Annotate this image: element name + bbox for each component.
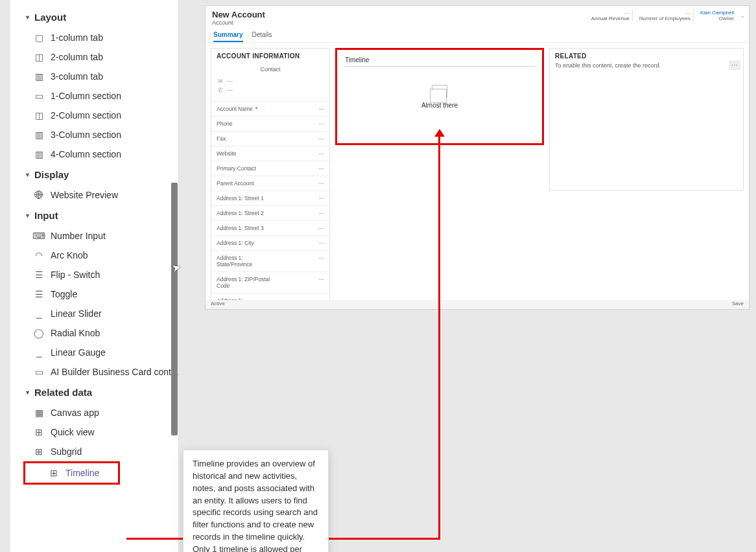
field-address1-street1[interactable]: Address 1: Street 1--- [211,191,329,206]
tab-summary[interactable]: Summary [213,31,243,42]
section-layout-icon: ▭ [34,91,44,101]
status-bar: Active Save [206,300,749,309]
field-fax[interactable]: Fax--- [211,132,329,146]
gauge-icon: ⎯ [34,347,44,358]
section-layout-icon: ▥ [34,149,44,159]
section-related-header[interactable]: ▾ Related data [10,382,178,403]
component-2-column-section[interactable]: ◫2-Column section [10,106,178,125]
records-icon [432,85,447,98]
card-icon: ▭ [34,367,44,377]
timeline-placeholder: Almost there [345,67,534,109]
related-message: To enable this content, create the recor… [555,62,738,69]
component-subgrid[interactable]: ⊞Subgrid [10,442,178,461]
number-input-icon: ⌨ [34,231,44,241]
email-icon: ✉ [218,78,223,84]
section-display-header[interactable]: ▾ Display [10,164,178,185]
component-linear-slider[interactable]: ⎯Linear Slider [10,304,178,323]
component-timeline[interactable]: ⊞Timeline [23,461,120,485]
component-toggle[interactable]: ☰Toggle [10,284,178,304]
slider-icon: ⎯ [34,308,44,319]
globe-icon: 🌐︎ [34,190,44,200]
timeline-icon: ⊞ [49,468,59,478]
component-quick-view[interactable]: ⊞Quick view [10,422,178,442]
field-phone[interactable]: Phone--- [211,117,329,132]
field-address1-street2[interactable]: Address 1: Street 2--- [211,206,329,221]
annotation-arrowhead-icon [434,129,445,137]
component-3-column-tab[interactable]: ▥3-column tab [10,67,178,86]
component-sidebar: ▾ Layout ▢1-column tab ◫2-column tab ▥3-… [10,0,179,552]
field-address1-street3[interactable]: Address 1: Street 3--- [211,221,329,236]
contact-subsection: Contact ✉--- ✆--- [211,63,329,102]
timeline-tooltip: Timeline provides an overview of histori… [183,450,329,552]
contact-phone-row: ✆--- [217,86,324,95]
tab-details[interactable]: Details [252,31,272,42]
header-stats: --- Annual Revenue --- Number of Employe… [589,10,745,21]
section-layout-header[interactable]: ▾ Layout [10,6,178,28]
arc-knob-icon: ◠ [34,250,44,260]
timeline-title: Timeline [345,56,534,67]
more-options-icon[interactable]: ⋯ [729,60,740,70]
form-header: New Account Account --- Annual Revenue -… [206,6,749,27]
tab-layout-icon: ◫ [34,52,44,62]
component-flip-switch[interactable]: ☰Flip - Switch [10,265,178,284]
field-address1-zip[interactable]: Address 1: ZIP/Postal Code--- [211,272,329,293]
chevron-down-icon: ▾ [26,171,29,178]
account-info-title: ACCOUNT INFORMATION [211,49,329,63]
owner-name: Kian Campbell [700,10,734,16]
phone-icon: ✆ [218,87,223,93]
section-layout-title: Layout [34,12,66,23]
section-display-title: Display [34,169,69,180]
subgrid-icon: ⊞ [34,446,44,457]
component-4-column-section[interactable]: ▥4-Column section [10,144,178,164]
component-canvas-app[interactable]: ▦Canvas app [10,403,178,422]
component-arc-knob[interactable]: ◠Arc Knob [10,246,178,265]
status-left: Active [211,301,225,308]
field-website[interactable]: Website--- [211,146,329,161]
component-ai-builder-card[interactable]: ▭AI Builder Business Card contr... [10,362,178,382]
chevron-down-icon[interactable]: ⌄ [740,13,745,19]
component-linear-gauge[interactable]: ⎯Linear Gauge [10,343,178,362]
stat-annual-revenue: --- Annual Revenue [589,10,633,21]
chevron-down-icon: ▾ [26,212,29,219]
tab-layout-icon: ▢ [34,32,44,43]
annotation-arrow-vertical [438,132,440,539]
related-title: RELATED [555,52,738,62]
tooltip-text: Timeline provides an overview of histori… [193,459,318,552]
section-related-title: Related data [34,387,92,398]
component-3-column-section[interactable]: ▥3-Column section [10,125,178,144]
tab-layout-icon: ▥ [34,71,44,82]
toggle-icon: ☰ [34,289,44,299]
stat-owner: Kian Campbell Owner [698,10,737,21]
contact-email-row: ✉--- [217,76,324,86]
field-address1-city[interactable]: Address 1: City--- [211,236,329,251]
component-website-preview[interactable]: 🌐︎Website Preview [10,185,178,205]
field-account-name[interactable]: Account Name*--- [211,102,329,117]
section-input-header[interactable]: ▾ Input [10,205,178,226]
form-tabs: Summary Details [206,27,749,43]
quick-view-icon: ⊞ [34,427,44,437]
stat-employees: --- Number of Employees [637,10,694,21]
status-right: Save [732,301,744,308]
section-layout-icon: ◫ [34,110,44,121]
section-input-title: Input [34,210,58,221]
component-number-input[interactable]: ⌨Number Input [10,226,178,246]
section-layout-icon: ▥ [34,130,44,140]
switch-icon: ☰ [34,270,44,280]
form-body: ACCOUNT INFORMATION Contact ✉--- ✆--- Ac… [206,43,749,314]
component-radial-knob[interactable]: ◯Radial Knob [10,323,178,343]
radial-knob-icon: ◯ [34,328,44,338]
account-information-section[interactable]: ACCOUNT INFORMATION Contact ✉--- ✆--- Ac… [211,48,330,308]
component-1-column-tab[interactable]: ▢1-column tab [10,28,178,47]
contact-label: Contact [217,66,324,76]
field-parent-account[interactable]: Parent Account--- [211,176,329,191]
sidebar-scrollbar[interactable] [171,183,178,435]
field-primary-contact[interactable]: Primary Contact--- [211,161,329,176]
chevron-down-icon: ▾ [26,14,29,21]
form-preview-canvas: New Account Account --- Annual Revenue -… [205,5,750,310]
component-2-column-tab[interactable]: ◫2-column tab [10,47,178,67]
chevron-down-icon: ▾ [26,389,29,396]
related-section[interactable]: RELATED To enable this content, create t… [549,48,744,190]
field-address1-state[interactable]: Address 1: State/Province--- [211,251,329,272]
component-1-column-section[interactable]: ▭1-Column section [10,86,178,106]
canvas-app-icon: ▦ [34,408,44,418]
